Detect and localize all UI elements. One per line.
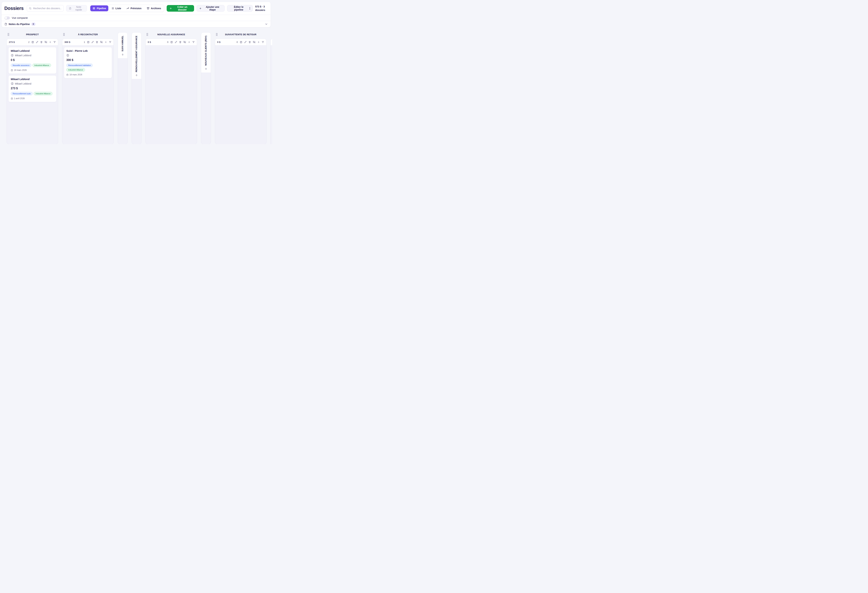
- quick-note-button[interactable]: Note rapide: [66, 5, 87, 12]
- card-contact-name: Mikael Leblond: [15, 82, 31, 85]
- filter-icon[interactable]: [261, 41, 264, 43]
- card-tag: Industriel Alliance: [66, 68, 85, 71]
- card-tags: Nouvelle assuranceIndustriel Alliance: [11, 64, 54, 67]
- pipeline-column-collapsed[interactable]: RENOUVELLEMENT ASSURANCE 0: [131, 32, 142, 144]
- dossier-card[interactable]: Mikael Leblond Mikael Leblond 0 $ Nouvel…: [8, 47, 56, 74]
- drag-handle-icon[interactable]: [146, 33, 148, 36]
- drag-handle-icon[interactable]: [216, 33, 218, 36]
- card-contact: Mikael Leblond: [11, 54, 54, 57]
- column-header: [270, 32, 272, 37]
- top-panel: Dossiers Note rapide Pipeline: [1, 2, 271, 27]
- hide-icon[interactable]: [253, 41, 255, 43]
- delete-icon[interactable]: [40, 41, 43, 43]
- create-dossier-button[interactable]: Créer un dossier: [167, 5, 194, 12]
- dossier-card[interactable]: Mikael Leblond Mikael Leblond 273 $ Reno…: [8, 75, 56, 102]
- collapsed-column-header[interactable]: RENOUVELLEMENT ASSURANCE 0: [132, 33, 141, 79]
- card-amount: 273 $: [11, 87, 54, 90]
- drag-handle-icon[interactable]: [63, 33, 65, 36]
- column-header: SUIVI/ATTENTE DE RETOUR: [215, 32, 266, 37]
- column-total: 0 $: [148, 41, 151, 43]
- tab-liste[interactable]: Liste: [109, 5, 123, 11]
- filter-icon[interactable]: [192, 41, 195, 43]
- column-total: 0 $: [217, 41, 220, 43]
- filter-icon[interactable]: [109, 41, 111, 43]
- column-header: PROSPECT: [7, 32, 58, 37]
- edit-icon[interactable]: [91, 41, 94, 43]
- kebab-menu-icon[interactable]: [249, 7, 250, 10]
- edit-pipeline-label: Éditer le pipeline: [230, 6, 248, 11]
- calendar-icon[interactable]: [240, 41, 242, 43]
- delete-icon[interactable]: [96, 41, 98, 43]
- page-title: Dossiers: [4, 6, 24, 11]
- add-stage-button[interactable]: Ajouter une étape: [196, 5, 224, 12]
- dossier-card[interactable]: Suivi - Pierre Leb 300 $ Renouvellement …: [64, 47, 112, 78]
- add-icon[interactable]: [49, 41, 52, 43]
- search-icon: [29, 7, 32, 10]
- compact-view-toggle[interactable]: [4, 16, 10, 19]
- tab-pipeline[interactable]: Pipeline: [90, 5, 108, 11]
- column-title: NOUVEAUX CLIENTS (RDV): [205, 35, 207, 66]
- tab-prevision[interactable]: Prévision: [124, 5, 144, 11]
- pipeline-column-collapsed[interactable]: NOUVEAUX CLIENTS (RDV) 0: [201, 32, 211, 144]
- card-tag: Industriel Alliance: [34, 92, 52, 95]
- column-stats-bar: [271, 39, 272, 46]
- collapsed-column-header[interactable]: SUIVI ANNUEL 0: [118, 33, 127, 59]
- calendar-icon[interactable]: [31, 41, 34, 43]
- plus-icon: [199, 7, 202, 10]
- calendar-icon[interactable]: [87, 41, 90, 43]
- edit-pipeline-button[interactable]: Éditer le pipeline: [227, 5, 253, 12]
- search-box[interactable]: [27, 5, 64, 12]
- delete-icon[interactable]: [248, 41, 251, 43]
- compact-view-label: Vue compacte: [12, 16, 28, 19]
- pipeline-column: SUIVI/ATTENTE DE RETOUR 0 $ 0: [215, 32, 266, 144]
- user-circle-icon: [11, 82, 14, 85]
- calendar-icon: [11, 98, 13, 100]
- pipeline-column-collapsed[interactable]: SUIVI ANNUEL 0: [118, 32, 128, 144]
- card-date-text: 19 mars 2026: [14, 69, 27, 71]
- card-contact: [66, 54, 109, 57]
- card-title: Mikael Leblond: [11, 78, 54, 81]
- add-icon[interactable]: [257, 41, 260, 43]
- pipeline-notes-row[interactable]: Notes du Pipeline 0: [1, 21, 271, 27]
- card-date: 18 mars 2026: [66, 74, 109, 76]
- edit-icon[interactable]: [175, 41, 177, 43]
- hide-icon[interactable]: [44, 41, 47, 43]
- filter-icon[interactable]: [53, 41, 56, 43]
- column-track: 0 $ 0: [215, 38, 266, 144]
- column-track: 300 $ 1: [62, 38, 114, 144]
- page-icon: [4, 23, 7, 25]
- edit-icon[interactable]: [36, 41, 38, 43]
- edit-icon[interactable]: [244, 41, 247, 43]
- column-title: SUIVI ANNUEL: [121, 35, 124, 52]
- drag-handle-icon[interactable]: [7, 33, 9, 36]
- trend-icon: [126, 7, 129, 10]
- card-date: 19 mars 2026: [11, 69, 54, 71]
- search-input[interactable]: [33, 7, 62, 10]
- column-cards: Mikael Leblond Mikael Leblond 0 $ Nouvel…: [7, 46, 58, 104]
- column-track: SUIVI ANNUEL 0: [118, 32, 128, 144]
- pipeline-notes-count-badge: 0: [31, 22, 35, 26]
- tab-archives[interactable]: Archives: [145, 5, 163, 11]
- grid-icon: [93, 7, 95, 10]
- column-count: 2: [28, 41, 30, 43]
- delete-icon[interactable]: [179, 41, 182, 43]
- card-tag: Nouvelle assurance: [11, 64, 31, 67]
- tab-prevision-label: Prévision: [131, 7, 142, 10]
- add-icon[interactable]: [105, 41, 107, 43]
- card-tag: Industriel Alliance: [32, 64, 51, 67]
- tab-liste-label: Liste: [115, 7, 121, 10]
- column-total: 273 $: [9, 41, 15, 43]
- hide-icon[interactable]: [100, 41, 103, 43]
- chevron-down-icon[interactable]: [265, 22, 268, 26]
- hide-icon[interactable]: [183, 41, 186, 43]
- card-date-text: 18 mars 2026: [69, 74, 82, 76]
- header-row: Dossiers Note rapide Pipeline: [1, 2, 271, 15]
- calendar-icon[interactable]: [170, 41, 173, 43]
- column-title: À RECONTACTER: [78, 33, 98, 36]
- collapsed-column-header[interactable]: NOUVEAUX CLIENTS (RDV) 0: [201, 33, 211, 73]
- column-count: 0: [205, 68, 207, 70]
- card-contact-name: Mikael Leblond: [15, 54, 31, 57]
- add-icon[interactable]: [188, 41, 190, 43]
- column-stats-bar: 0 $ 0: [215, 39, 266, 46]
- tab-pipeline-label: Pipeline: [97, 7, 106, 10]
